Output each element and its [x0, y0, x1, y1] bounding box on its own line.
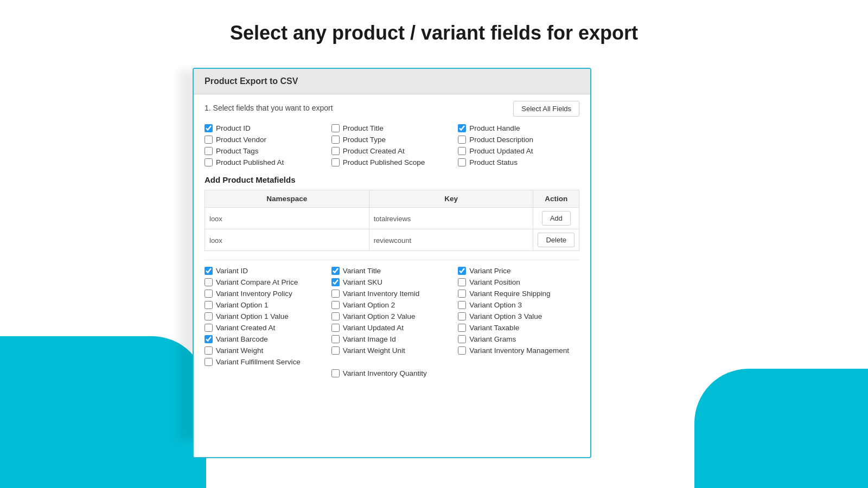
checkbox-variant_inventory_itemid[interactable] — [331, 290, 340, 298]
select-all-button[interactable]: Select All Fields — [513, 101, 579, 117]
variant-field-variant_weight_unit: Variant Weight Unit — [331, 346, 453, 355]
namespace-input-1[interactable] — [209, 236, 365, 245]
variant-field-variant_id: Variant ID — [205, 267, 326, 275]
page-title: Select any product / variant fields for … — [0, 0, 868, 61]
checkbox-variant_weight[interactable] — [205, 346, 213, 355]
checkbox-product_published_at[interactable] — [205, 158, 213, 166]
checkbox-variant_position[interactable] — [458, 278, 466, 286]
variant-field-variant_option2: Variant Option 2 — [331, 301, 453, 309]
checkbox-product_created_at[interactable] — [331, 147, 340, 155]
label-variant_option3_value: Variant Option 3 Value — [469, 312, 542, 320]
label-product_description: Product Description — [469, 136, 533, 144]
label-variant_require_shipping: Variant Require Shipping — [469, 290, 550, 298]
variant-field-variant_option3_value: Variant Option 3 Value — [458, 312, 579, 320]
product-field-product_created_at: Product Created At — [331, 147, 453, 155]
product-field-product_title: Product Title — [331, 124, 453, 132]
checkbox-product_published_scope[interactable] — [331, 158, 340, 166]
checkbox-product_updated_at[interactable] — [458, 147, 466, 155]
variant-field-variant_inventory_policy: Variant Inventory Policy — [205, 290, 326, 298]
label-variant_option2_value: Variant Option 2 Value — [343, 312, 416, 320]
variant-field-variant_option1: Variant Option 1 — [205, 301, 326, 309]
checkbox-product_title[interactable] — [331, 124, 340, 132]
label-product_updated_at: Product Updated At — [469, 147, 533, 155]
checkbox-variant_option2[interactable] — [331, 301, 340, 309]
label-product_type: Product Type — [343, 136, 386, 144]
checkbox-variant_created_at[interactable] — [205, 324, 213, 332]
blue-decoration-left — [0, 336, 206, 488]
variant-field-variant_option1_value: Variant Option 1 Value — [205, 312, 326, 320]
checkbox-variant_price[interactable] — [458, 267, 466, 275]
namespace-input-0[interactable] — [209, 215, 365, 223]
checkbox-product_handle[interactable] — [458, 124, 466, 132]
checkbox-variant_title[interactable] — [331, 267, 340, 275]
metafields-table: Namespace Key Action AddDelete — [205, 190, 579, 251]
label-product_handle: Product Handle — [469, 124, 520, 132]
label-variant_taxable: Variant Taxable — [469, 324, 519, 332]
label-variant_weight_unit: Variant Weight Unit — [343, 346, 405, 355]
checkbox-variant_fulfillment_service[interactable] — [205, 358, 213, 366]
product-field-product_updated_at: Product Updated At — [458, 147, 579, 155]
main-card: Product Export to CSV 1. Select fields t… — [193, 68, 591, 458]
checkbox-variant_image_id[interactable] — [331, 335, 340, 343]
checkbox-product_id[interactable] — [205, 124, 213, 132]
checkbox-variant_require_shipping[interactable] — [458, 290, 466, 298]
key-input-0[interactable] — [374, 215, 529, 223]
delete-metafield-button-1[interactable]: Delete — [538, 233, 575, 247]
product-field-product_handle: Product Handle — [458, 124, 579, 132]
action-col-header: Action — [533, 190, 579, 208]
variant-field-variant_option3: Variant Option 3 — [458, 301, 579, 309]
checkbox-variant_inventory_management[interactable] — [458, 346, 466, 355]
checkbox-variant_grams[interactable] — [458, 335, 466, 343]
checkbox-variant_inventory_quantity[interactable] — [331, 369, 340, 377]
variant-field-variant_grams: Variant Grams — [458, 335, 579, 343]
checkbox-variant_option3[interactable] — [458, 301, 466, 309]
variant-field-variant_position: Variant Position — [458, 278, 579, 286]
checkbox-variant_updated_at[interactable] — [331, 324, 340, 332]
checkbox-variant_option1[interactable] — [205, 301, 213, 309]
checkbox-product_tags[interactable] — [205, 147, 213, 155]
checkbox-variant_sku[interactable] — [331, 278, 340, 286]
product-field-product_description: Product Description — [458, 136, 579, 144]
checkbox-variant_option1_value[interactable] — [205, 312, 213, 320]
add-metafield-button-0[interactable]: Add — [542, 211, 571, 226]
label-variant_grams: Variant Grams — [469, 335, 516, 343]
variant-field-variant_updated_at: Variant Updated At — [331, 324, 453, 332]
metafield-row-0: Add — [205, 208, 579, 229]
checkbox-product_status[interactable] — [458, 158, 466, 166]
checkbox-product_vendor[interactable] — [205, 136, 213, 144]
blue-decoration-right — [694, 369, 868, 488]
label-variant_inventory_itemid: Variant Inventory Itemid — [343, 290, 420, 298]
label-variant_id: Variant ID — [216, 267, 248, 275]
checkbox-variant_weight_unit[interactable] — [331, 346, 340, 355]
checkbox-variant_barcode[interactable] — [205, 335, 213, 343]
label-variant_option1: Variant Option 1 — [216, 301, 269, 309]
product-field-product_tags: Product Tags — [205, 147, 326, 155]
label-variant_title: Variant Title — [343, 267, 381, 275]
card-body: 1. Select fields that you want to export… — [194, 94, 590, 457]
checkbox-product_description[interactable] — [458, 136, 466, 144]
key-input-1[interactable] — [374, 236, 529, 245]
variant-field-variant_sku: Variant SKU — [331, 278, 453, 286]
checkbox-variant_id[interactable] — [205, 267, 213, 275]
label-variant_created_at: Variant Created At — [216, 324, 275, 332]
checkbox-variant_taxable[interactable] — [458, 324, 466, 332]
checkbox-variant_option2_value[interactable] — [331, 312, 340, 320]
label-variant_option2: Variant Option 2 — [343, 301, 395, 309]
variant-field-variant_title: Variant Title — [331, 267, 453, 275]
checkbox-variant_compare_at_price[interactable] — [205, 278, 213, 286]
variant-field-variant_inventory_management: Variant Inventory Management — [458, 346, 579, 355]
label-product_published_at: Product Published At — [216, 158, 284, 166]
checkbox-variant_inventory_policy[interactable] — [205, 290, 213, 298]
label-variant_inventory_quantity: Variant Inventory Quantity — [343, 369, 427, 377]
checkbox-variant_option3_value[interactable] — [458, 312, 466, 320]
variant-field-variant_image_id: Variant Image Id — [331, 335, 453, 343]
variant-field-variant_weight: Variant Weight — [205, 346, 326, 355]
variant-field-variant_price: Variant Price — [458, 267, 579, 275]
product-field-product_type: Product Type — [331, 136, 453, 144]
label-variant_price: Variant Price — [469, 267, 510, 275]
label-variant_weight: Variant Weight — [216, 346, 263, 355]
checkbox-product_type[interactable] — [331, 136, 340, 144]
label-variant_compare_at_price: Variant Compare At Price — [216, 278, 298, 286]
label-variant_option3: Variant Option 3 — [469, 301, 522, 309]
variant-field-variant_barcode: Variant Barcode — [205, 335, 326, 343]
